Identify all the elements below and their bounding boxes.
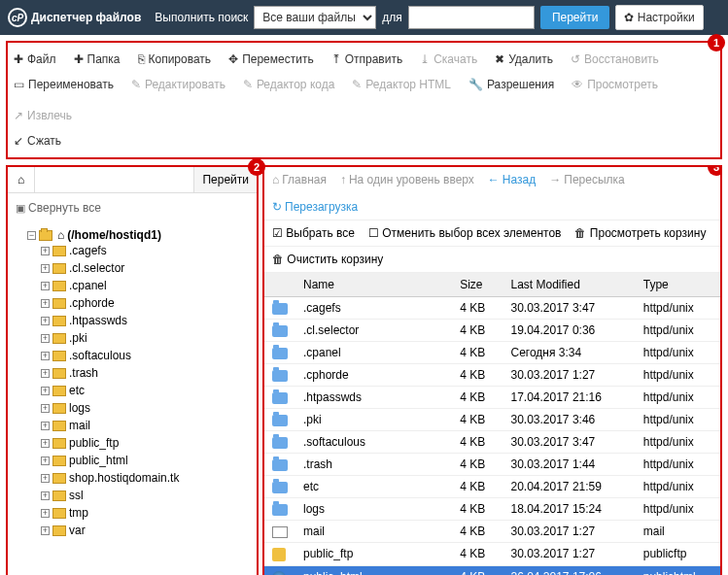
- table-row[interactable]: public_html 4 KB 26.04.2017 17:06 public…: [264, 565, 720, 575]
- tree-node[interactable]: + public_html: [41, 454, 251, 467]
- col-type[interactable]: Type: [636, 273, 720, 297]
- col-name[interactable]: Name: [295, 273, 452, 297]
- tree-node[interactable]: + .htpasswds: [41, 314, 251, 327]
- expand-icon[interactable]: +: [41, 317, 50, 325]
- expand-icon[interactable]: +: [41, 491, 50, 500]
- folder-icon: [52, 525, 66, 536]
- code-editor-button[interactable]: ✎ Редактор кода: [243, 78, 334, 91]
- home-icon[interactable]: ⌂: [8, 167, 35, 192]
- delete-button[interactable]: ✖ Удалить: [495, 52, 553, 66]
- folder-icon: [52, 368, 66, 379]
- nav-back-button[interactable]: ← Назад: [488, 173, 536, 186]
- tree-node[interactable]: + .cl.selector: [41, 261, 251, 275]
- permissions-button[interactable]: 🔧 Разрешения: [468, 78, 554, 91]
- tree-node[interactable]: + etc: [41, 384, 251, 397]
- expand-icon[interactable]: +: [41, 474, 50, 483]
- view-button[interactable]: 👁 Просмотреть: [572, 78, 658, 91]
- extract-button[interactable]: ↗ Извлечь: [14, 109, 72, 122]
- folder-button[interactable]: ✚ Папка: [74, 52, 121, 66]
- tree-node[interactable]: + mail: [41, 419, 251, 432]
- path-go-button[interactable]: Перейти: [193, 167, 257, 192]
- table-row[interactable]: public_ftp 4 KB 30.03.2017 1:27 publicft…: [264, 543, 720, 566]
- cell-modified: 30.03.2017 3:47: [503, 431, 635, 454]
- move-button[interactable]: ✥ Переместить: [228, 52, 314, 66]
- tree-label: .cpanel: [69, 279, 107, 292]
- expand-icon[interactable]: +: [41, 404, 50, 413]
- search-input[interactable]: [408, 6, 535, 29]
- expand-icon[interactable]: +: [41, 457, 50, 465]
- tree-node[interactable]: + logs: [41, 401, 251, 415]
- mail-icon: [272, 526, 288, 538]
- cell-name: logs: [295, 498, 452, 521]
- expand-icon[interactable]: +: [41, 282, 50, 290]
- tree-node[interactable]: + tmp: [41, 506, 251, 520]
- expand-icon[interactable]: +: [41, 352, 50, 360]
- tree-node[interactable]: + .cpanel: [41, 279, 251, 292]
- table-row[interactable]: logs 4 KB 18.04.2017 15:24 httpd/unix: [264, 498, 720, 521]
- empty-trash-button[interactable]: 🗑 Очистить корзину: [272, 253, 383, 266]
- tree-node[interactable]: + .trash: [41, 366, 251, 380]
- settings-button[interactable]: ✿ Настройки: [615, 5, 703, 30]
- cell-name: public_ftp: [295, 543, 452, 566]
- expand-icon[interactable]: +: [41, 334, 50, 343]
- col-size[interactable]: Size: [452, 273, 503, 297]
- rename-button[interactable]: ▭ Переименовать: [14, 78, 114, 91]
- edit-button[interactable]: ✎ Редактировать: [131, 78, 225, 91]
- file-button[interactable]: ✚ Файл: [14, 52, 56, 66]
- compress-button[interactable]: ↙ Сжать: [14, 134, 61, 148]
- copy-button[interactable]: ⎘ Копировать: [138, 52, 212, 66]
- folder-icon: [52, 508, 66, 519]
- table-row[interactable]: .trash 4 KB 30.03.2017 1:44 httpd/unix: [264, 454, 720, 476]
- tree-node[interactable]: + .cagefs: [41, 244, 251, 257]
- tree-root[interactable]: − ⌂ (/home/hostiqd1): [27, 228, 251, 242]
- table-row[interactable]: .htpasswds 4 KB 17.04.2017 21:16 httpd/u…: [264, 387, 720, 409]
- tree-node[interactable]: + public_ftp: [41, 436, 251, 450]
- tree-node[interactable]: + .pki: [41, 331, 251, 345]
- unselect-all-button[interactable]: ☐ Отменить выбор всех элементов: [368, 226, 562, 240]
- search-go-button[interactable]: Перейти: [540, 6, 610, 29]
- table-row[interactable]: .cphorde 4 KB 30.03.2017 1:27 httpd/unix: [264, 364, 720, 387]
- col-modified[interactable]: Last Modified: [503, 273, 635, 297]
- table-row[interactable]: .pki 4 KB 30.03.2017 3:46 httpd/unix: [264, 409, 720, 431]
- expand-icon[interactable]: +: [41, 422, 50, 430]
- table-row[interactable]: .softaculous 4 KB 30.03.2017 3:47 httpd/…: [264, 431, 720, 454]
- cell-modified: 19.04.2017 0:36: [503, 320, 635, 342]
- expand-icon[interactable]: +: [41, 299, 50, 308]
- tree-node[interactable]: + ssl: [41, 489, 251, 502]
- nav-reload-button[interactable]: ↻ Перезагрузка: [272, 200, 358, 214]
- expand-icon[interactable]: +: [41, 264, 50, 273]
- collapse-all-button[interactable]: ▣ Свернуть все: [8, 193, 257, 222]
- upload-button[interactable]: ⤒ Отправить: [331, 52, 403, 66]
- collapse-icon[interactable]: −: [27, 231, 36, 240]
- expand-icon[interactable]: +: [41, 509, 50, 518]
- app-header: cP Диспетчер файлов Выполнить поиск Все …: [0, 0, 728, 35]
- nav-home-button[interactable]: ⌂ Главная: [272, 173, 327, 186]
- view-trash-button[interactable]: 🗑 Просмотреть корзину: [574, 226, 706, 240]
- nav-forward-button[interactable]: → Пересылка: [549, 173, 624, 186]
- html-editor-button[interactable]: ✎ Редактор HTML: [352, 78, 451, 91]
- table-row[interactable]: .cl.selector 4 KB 19.04.2017 0:36 httpd/…: [264, 320, 720, 342]
- select-all-button[interactable]: ☑ Выбрать все: [272, 226, 355, 240]
- nav-up-button[interactable]: ↑ На один уровень вверх: [340, 173, 474, 186]
- tree-node[interactable]: + .cphorde: [41, 296, 251, 310]
- cell-name: public_html: [295, 565, 452, 575]
- tree-label: var: [69, 524, 86, 537]
- folder-icon: [52, 456, 66, 466]
- expand-icon[interactable]: +: [41, 247, 50, 255]
- tree-node[interactable]: + var: [41, 524, 251, 537]
- table-row[interactable]: mail 4 KB 30.03.2017 1:27 mail: [264, 521, 720, 543]
- expand-icon[interactable]: +: [41, 439, 50, 448]
- table-row[interactable]: etc 4 KB 20.04.2017 21:59 httpd/unix: [264, 476, 720, 498]
- search-scope-select[interactable]: Все ваши файлы: [254, 6, 376, 29]
- tree-node[interactable]: + .softaculous: [41, 349, 251, 362]
- path-input[interactable]: [35, 167, 193, 192]
- tree-node[interactable]: + shop.hostiqdomain.tk: [41, 471, 251, 485]
- expand-icon[interactable]: +: [41, 387, 50, 395]
- table-row[interactable]: .cpanel 4 KB Сегодня 3:34 httpd/unix: [264, 342, 720, 364]
- restore-button[interactable]: ↺ Восстановить: [571, 52, 659, 66]
- cell-modified: Сегодня 3:34: [503, 342, 635, 364]
- expand-icon[interactable]: +: [41, 526, 50, 535]
- table-row[interactable]: .cagefs 4 KB 30.03.2017 3:47 httpd/unix: [264, 297, 720, 320]
- expand-icon[interactable]: +: [41, 369, 50, 378]
- download-button[interactable]: ⤓ Скачать: [420, 52, 477, 66]
